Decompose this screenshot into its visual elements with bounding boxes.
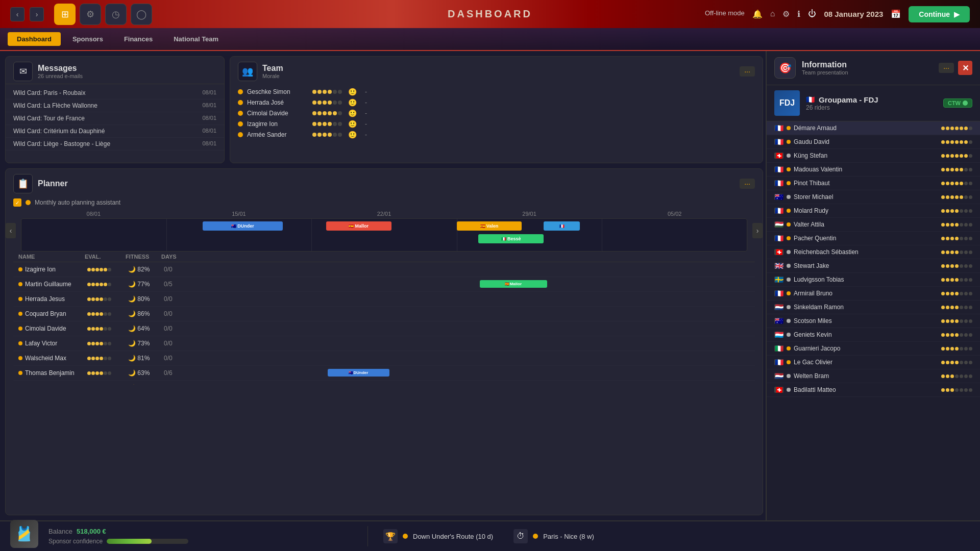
timeline-nav-left[interactable]: ‹ [6, 223, 16, 238]
timeline-overview: 🇦🇺DUnder 🇪🇸Mallor 🇪🇸Valen 🇮🇹Bessè [21, 218, 747, 252]
list-item[interactable]: Wild Card: Tour de France 08/01 [6, 112, 224, 125]
world-nav-icon[interactable]: ◯ [131, 4, 152, 25]
list-item[interactable]: 🇱🇺 Geniets Kevin [767, 328, 980, 342]
list-item[interactable]: 🇫🇷 Armirail Bruno [767, 287, 980, 300]
rider-eval [87, 297, 128, 301]
auto-plan-checkbox[interactable]: ✓ [13, 198, 21, 207]
riders-list[interactable]: 🇫🇷 Démare Arnaud 🇫🇷 Gaudu David 🇨🇭 Küng … [767, 121, 980, 520]
info-title: Information [802, 60, 848, 69]
main-content: ✉ Messages 26 unread e-mails Wild Card: … [0, 51, 980, 520]
rider-schedule: 🇪🇸Mallor [187, 279, 750, 290]
list-item[interactable]: 🇫🇷 Gaudu David [767, 135, 980, 149]
list-item[interactable]: 🇮🇹 Guarnieri Jacopo [767, 342, 980, 356]
list-item[interactable]: 🇨🇭 Badilatti Matteo [767, 383, 980, 397]
rider-fitness: 🌙 64% [128, 325, 164, 332]
list-item[interactable]: 🇫🇷 Madouas Valentin [767, 163, 980, 177]
race-info-1[interactable]: 🏆 Down Under's Route (10 d) [383, 529, 493, 543]
col-header-name: NAME [18, 254, 85, 260]
table-row[interactable]: Walscheid Max 🌙 81% 0/0 [13, 351, 755, 366]
tab-finances[interactable]: Finances [115, 32, 162, 46]
tab-national-team[interactable]: National Team [164, 32, 228, 46]
settings-icon[interactable]: ⚙ [782, 9, 790, 19]
list-item[interactable]: Wild Card: La Flèche Wallonne 08/01 [6, 99, 224, 112]
table-row[interactable]: Cimolai Davide 🌙 64% 0/0 [13, 321, 755, 336]
table-row[interactable]: Martin Guillaume 🌙 77% 0/5 🇪🇸Mallor [13, 277, 755, 292]
flag-icon: 🇭🇺 [774, 221, 783, 228]
race-bar: 🇫🇷 [544, 221, 580, 231]
info-title-group: Information Team presentation [802, 60, 848, 76]
list-item[interactable]: 🇦🇺 Scotson Miles [767, 314, 980, 328]
dashboard-nav-icon[interactable]: ⊞ [54, 4, 76, 25]
msg-date: 08/01 [202, 102, 216, 109]
rider-name: Geschke Simon [25, 384, 87, 385]
bell-icon[interactable]: 🔔 [752, 9, 763, 19]
table-row[interactable]: Herrada Jesus 🌙 80% 0/0 [13, 292, 755, 307]
flag-icon: 🇳🇱 [774, 304, 783, 310]
list-item[interactable]: 🇬🇧 Stewart Jake [767, 259, 980, 273]
list-item[interactable]: 🇫🇷 Pinot Thibaut [767, 177, 980, 190]
list-item[interactable]: Wild Card: Paris - Roubaix 08/01 [6, 87, 224, 99]
power-icon[interactable]: ⏻ [808, 9, 816, 19]
msg-date: 08/01 [202, 115, 216, 122]
tab-sponsors[interactable]: Sponsors [63, 32, 112, 46]
info-header: 🎯 Information Team presentation ··· ✕ [767, 51, 980, 85]
info-close-button[interactable]: ✕ [958, 61, 972, 75]
list-item[interactable]: 🇨🇭 Küng Stefan [767, 149, 980, 163]
rider-status-dot [787, 374, 791, 378]
list-item[interactable]: 🇸🇪 Ludvigsson Tobias [767, 273, 980, 287]
list-item[interactable]: 🇫🇷 Le Gac Olivier [767, 356, 980, 369]
planner-more-button[interactable]: ··· [740, 179, 755, 189]
morale-value: - [365, 120, 367, 128]
rider-status-dot [787, 195, 791, 199]
table-row[interactable]: Izagirre Ion 🌙 82% 0/0 [13, 262, 755, 277]
planner-scroll[interactable]: Izagirre Ion 🌙 82% 0/0 Martin Guill [13, 262, 755, 385]
continue-button[interactable]: Continue ▶ [909, 6, 970, 22]
msg-text: Wild Card: Liège - Bastogne - Liège [13, 140, 110, 147]
table-row[interactable]: Coquard Bryan 🌙 86% 0/0 [13, 307, 755, 321]
messages-title: Messages [38, 64, 83, 73]
continue-label: Continue [919, 10, 950, 18]
rider-rating [941, 361, 972, 364]
team-more-button[interactable]: ··· [740, 66, 755, 77]
tactics-nav-icon[interactable]: ⚙ [80, 4, 101, 25]
list-item[interactable]: 🇳🇱 Sinkeldam Ramon [767, 300, 980, 314]
list-item: Armée Sander 🙂 - [238, 131, 755, 139]
calendar-icon[interactable]: 📅 [891, 9, 901, 19]
list-item[interactable]: Wild Card: Liège - Bastogne - Liège 08/0… [6, 138, 224, 151]
rider-schedule [187, 264, 750, 275]
table-row[interactable]: Lafay Victor 🌙 73% 0/0 [13, 336, 755, 351]
info-icon[interactable]: ℹ [797, 9, 800, 19]
list-item[interactable]: 🇦🇺 Storer Michael [767, 190, 980, 204]
rider-name: Scotson Miles [794, 317, 941, 324]
rider-rating [941, 292, 972, 295]
home-icon[interactable]: ⌂ [770, 9, 775, 19]
list-item[interactable]: 🇳🇱 Welten Bram [767, 369, 980, 383]
top-bar-left: ‹ › ⊞ ⚙ ◷ ◯ [10, 4, 152, 25]
rider-status-dot [787, 250, 791, 254]
schedule-nav-icon[interactable]: ◷ [105, 4, 127, 25]
list-item[interactable]: 🇫🇷 Démare Arnaud [767, 121, 980, 135]
timeline-nav-right[interactable]: › [752, 223, 763, 238]
list-item[interactable]: 🇭🇺 Valter Attila [767, 218, 980, 232]
rider-name: Sinkeldam Ramon [794, 304, 941, 311]
forward-arrow[interactable]: › [30, 7, 44, 21]
list-item[interactable]: 🇫🇷 Molard Rudy [767, 204, 980, 218]
table-row[interactable]: Thomas Benjamin 🌙 63% 0/6 🇦🇺DUnder [13, 366, 755, 381]
tab-dashboard[interactable]: Dashboard [8, 32, 61, 46]
rider-status-dot [787, 291, 791, 295]
rider-schedule [187, 353, 750, 364]
list-item[interactable]: 🇨🇭 Reichenbach Sébastien [767, 245, 980, 259]
info-more-button[interactable]: ··· [939, 63, 954, 73]
col-header-schedule [184, 254, 750, 260]
info-header-left: 🎯 Information Team presentation [774, 57, 848, 79]
table-row[interactable]: Geschke Simon 🌙 88% 0/0 [13, 381, 755, 385]
team-logo: FDJ [774, 90, 800, 116]
back-arrow[interactable]: ‹ [10, 7, 24, 21]
rider-schedule [187, 382, 750, 385]
list-item[interactable]: Wild Card: Critérium du Dauphiné 08/01 [6, 125, 224, 138]
ctw-label: CTW [948, 100, 961, 106]
list-item[interactable]: 🇫🇷 Pacher Quentin [767, 232, 980, 245]
rider-days: 0/0 [164, 384, 187, 385]
race-info-2[interactable]: ⏱ Paris - Nice (8 w) [513, 529, 594, 543]
rider-rating [312, 101, 342, 105]
